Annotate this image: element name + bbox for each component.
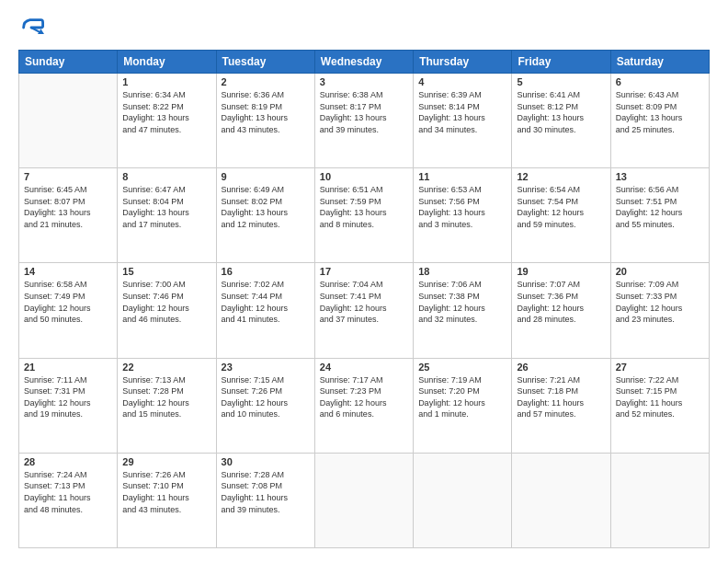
calendar-cell: 6Sunrise: 6:43 AM Sunset: 8:09 PM Daylig… [610, 74, 709, 168]
day-info: Sunrise: 6:47 AM Sunset: 8:04 PM Dayligh… [122, 184, 210, 230]
day-info: Sunrise: 7:17 AM Sunset: 7:23 PM Dayligh… [320, 374, 408, 420]
day-number: 13 [616, 171, 704, 182]
calendar-header-tuesday: Tuesday [216, 51, 314, 74]
day-info: Sunrise: 6:43 AM Sunset: 8:09 PM Dayligh… [616, 89, 704, 135]
calendar-cell: 19Sunrise: 7:07 AM Sunset: 7:36 PM Dayli… [512, 263, 610, 358]
day-number: 19 [517, 266, 605, 277]
calendar-cell: 24Sunrise: 7:17 AM Sunset: 7:23 PM Dayli… [314, 358, 413, 453]
day-info: Sunrise: 7:15 AM Sunset: 7:26 PM Dayligh… [222, 374, 310, 420]
calendar-cell: 26Sunrise: 7:21 AM Sunset: 7:18 PM Dayli… [512, 358, 610, 453]
day-number: 27 [616, 362, 704, 373]
day-info: Sunrise: 6:45 AM Sunset: 8:07 PM Dayligh… [24, 184, 112, 230]
day-info: Sunrise: 6:38 AM Sunset: 8:17 PM Dayligh… [320, 89, 408, 135]
day-info: Sunrise: 6:56 AM Sunset: 7:51 PM Dayligh… [616, 184, 704, 230]
day-number: 8 [122, 171, 210, 182]
day-number: 30 [222, 456, 310, 467]
calendar-week-row: 28Sunrise: 7:24 AM Sunset: 7:13 PM Dayli… [19, 453, 710, 547]
day-number: 21 [24, 362, 112, 373]
calendar-week-row: 7Sunrise: 6:45 AM Sunset: 8:07 PM Daylig… [19, 168, 710, 263]
logo-icon [18, 15, 44, 40]
calendar-cell: 15Sunrise: 7:00 AM Sunset: 7:46 PM Dayli… [118, 263, 216, 358]
calendar-cell [314, 453, 413, 547]
calendar-header-row: SundayMondayTuesdayWednesdayThursdayFrid… [19, 51, 710, 74]
day-info: Sunrise: 7:07 AM Sunset: 7:36 PM Dayligh… [517, 279, 605, 325]
day-number: 24 [320, 362, 408, 373]
calendar-cell: 12Sunrise: 6:54 AM Sunset: 7:54 PM Dayli… [512, 168, 610, 263]
day-number: 28 [24, 456, 112, 467]
calendar-week-row: 1Sunrise: 6:34 AM Sunset: 8:22 PM Daylig… [19, 74, 710, 168]
calendar-header-wednesday: Wednesday [314, 51, 413, 74]
calendar-cell: 13Sunrise: 6:56 AM Sunset: 7:51 PM Dayli… [610, 168, 709, 263]
calendar-cell: 17Sunrise: 7:04 AM Sunset: 7:41 PM Dayli… [314, 263, 413, 358]
day-info: Sunrise: 7:19 AM Sunset: 7:20 PM Dayligh… [418, 374, 506, 420]
calendar-header-saturday: Saturday [610, 51, 709, 74]
day-number: 9 [222, 171, 310, 182]
day-info: Sunrise: 7:11 AM Sunset: 7:31 PM Dayligh… [24, 374, 112, 420]
day-number: 18 [418, 266, 506, 277]
calendar-week-row: 21Sunrise: 7:11 AM Sunset: 7:31 PM Dayli… [19, 358, 710, 453]
calendar-week-row: 14Sunrise: 6:58 AM Sunset: 7:49 PM Dayli… [19, 263, 710, 358]
calendar-cell: 30Sunrise: 7:28 AM Sunset: 7:08 PM Dayli… [216, 453, 314, 547]
calendar-header-thursday: Thursday [414, 51, 512, 74]
day-number: 5 [517, 76, 605, 87]
day-info: Sunrise: 7:06 AM Sunset: 7:38 PM Dayligh… [418, 279, 506, 325]
calendar-cell [512, 453, 610, 547]
day-number: 7 [24, 171, 112, 182]
calendar-cell: 23Sunrise: 7:15 AM Sunset: 7:26 PM Dayli… [216, 358, 314, 453]
calendar-cell: 8Sunrise: 6:47 AM Sunset: 8:04 PM Daylig… [118, 168, 216, 263]
day-info: Sunrise: 7:22 AM Sunset: 7:15 PM Dayligh… [616, 374, 704, 420]
day-number: 3 [320, 76, 408, 87]
day-number: 16 [222, 266, 310, 277]
day-number: 29 [122, 456, 210, 467]
calendar-cell: 11Sunrise: 6:53 AM Sunset: 7:56 PM Dayli… [414, 168, 512, 263]
calendar-cell: 1Sunrise: 6:34 AM Sunset: 8:22 PM Daylig… [118, 74, 216, 168]
day-number: 6 [616, 76, 704, 87]
day-info: Sunrise: 6:39 AM Sunset: 8:14 PM Dayligh… [418, 89, 506, 135]
day-info: Sunrise: 6:58 AM Sunset: 7:49 PM Dayligh… [24, 279, 112, 325]
calendar-cell: 4Sunrise: 6:39 AM Sunset: 8:14 PM Daylig… [414, 74, 512, 168]
day-info: Sunrise: 6:36 AM Sunset: 8:19 PM Dayligh… [222, 89, 310, 135]
calendar-cell: 28Sunrise: 7:24 AM Sunset: 7:13 PM Dayli… [19, 453, 118, 547]
day-info: Sunrise: 7:09 AM Sunset: 7:33 PM Dayligh… [616, 279, 704, 325]
calendar-cell: 22Sunrise: 7:13 AM Sunset: 7:28 PM Dayli… [118, 358, 216, 453]
calendar-cell [610, 453, 709, 547]
day-info: Sunrise: 6:53 AM Sunset: 7:56 PM Dayligh… [418, 184, 506, 230]
day-info: Sunrise: 6:51 AM Sunset: 7:59 PM Dayligh… [320, 184, 408, 230]
calendar-cell: 21Sunrise: 7:11 AM Sunset: 7:31 PM Dayli… [19, 358, 118, 453]
day-number: 14 [24, 266, 112, 277]
day-number: 1 [122, 76, 210, 87]
day-info: Sunrise: 7:24 AM Sunset: 7:13 PM Dayligh… [24, 469, 112, 515]
calendar: SundayMondayTuesdayWednesdayThursdayFrid… [18, 50, 710, 548]
day-number: 23 [222, 362, 310, 373]
day-info: Sunrise: 6:54 AM Sunset: 7:54 PM Dayligh… [517, 184, 605, 230]
calendar-cell: 2Sunrise: 6:36 AM Sunset: 8:19 PM Daylig… [216, 74, 314, 168]
calendar-cell: 10Sunrise: 6:51 AM Sunset: 7:59 PM Dayli… [314, 168, 413, 263]
calendar-cell: 5Sunrise: 6:41 AM Sunset: 8:12 PM Daylig… [512, 74, 610, 168]
calendar-cell: 14Sunrise: 6:58 AM Sunset: 7:49 PM Dayli… [19, 263, 118, 358]
day-number: 4 [418, 76, 506, 87]
logo [18, 15, 48, 40]
day-info: Sunrise: 7:13 AM Sunset: 7:28 PM Dayligh… [122, 374, 210, 420]
day-number: 12 [517, 171, 605, 182]
day-number: 22 [122, 362, 210, 373]
calendar-cell [414, 453, 512, 547]
day-info: Sunrise: 7:04 AM Sunset: 7:41 PM Dayligh… [320, 279, 408, 325]
calendar-cell: 16Sunrise: 7:02 AM Sunset: 7:44 PM Dayli… [216, 263, 314, 358]
day-number: 10 [320, 171, 408, 182]
day-info: Sunrise: 6:34 AM Sunset: 8:22 PM Dayligh… [122, 89, 210, 135]
day-info: Sunrise: 7:00 AM Sunset: 7:46 PM Dayligh… [122, 279, 210, 325]
calendar-cell [19, 74, 118, 168]
calendar-cell: 18Sunrise: 7:06 AM Sunset: 7:38 PM Dayli… [414, 263, 512, 358]
calendar-cell: 25Sunrise: 7:19 AM Sunset: 7:20 PM Dayli… [414, 358, 512, 453]
calendar-cell: 29Sunrise: 7:26 AM Sunset: 7:10 PM Dayli… [118, 453, 216, 547]
day-info: Sunrise: 6:41 AM Sunset: 8:12 PM Dayligh… [517, 89, 605, 135]
calendar-cell: 7Sunrise: 6:45 AM Sunset: 8:07 PM Daylig… [19, 168, 118, 263]
day-number: 15 [122, 266, 210, 277]
day-number: 25 [418, 362, 506, 373]
calendar-cell: 20Sunrise: 7:09 AM Sunset: 7:33 PM Dayli… [610, 263, 709, 358]
header [18, 15, 710, 40]
day-info: Sunrise: 7:28 AM Sunset: 7:08 PM Dayligh… [222, 469, 310, 515]
calendar-cell: 27Sunrise: 7:22 AM Sunset: 7:15 PM Dayli… [610, 358, 709, 453]
day-info: Sunrise: 6:49 AM Sunset: 8:02 PM Dayligh… [222, 184, 310, 230]
calendar-header-friday: Friday [512, 51, 610, 74]
